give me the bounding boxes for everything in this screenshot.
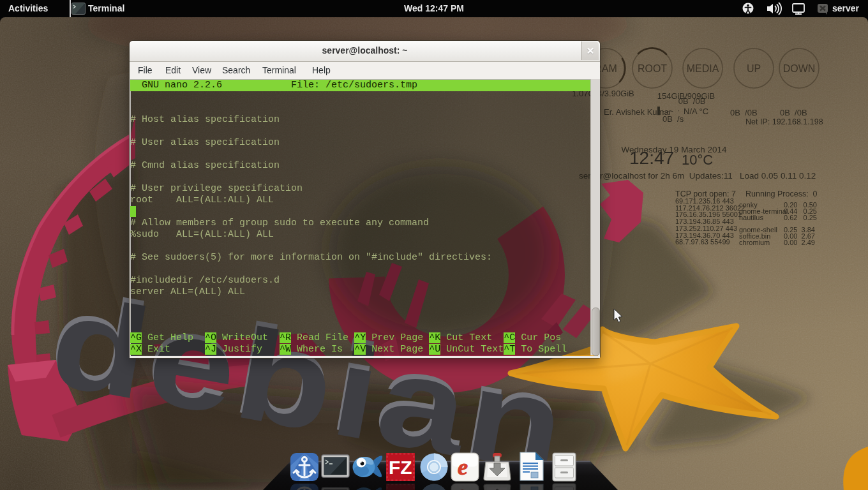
svg-text:DOWN: DOWN bbox=[783, 63, 816, 74]
svg-text:UP: UP bbox=[747, 63, 761, 74]
svg-text:MEDIA: MEDIA bbox=[687, 63, 719, 74]
svg-text:ROOT: ROOT bbox=[638, 63, 667, 74]
